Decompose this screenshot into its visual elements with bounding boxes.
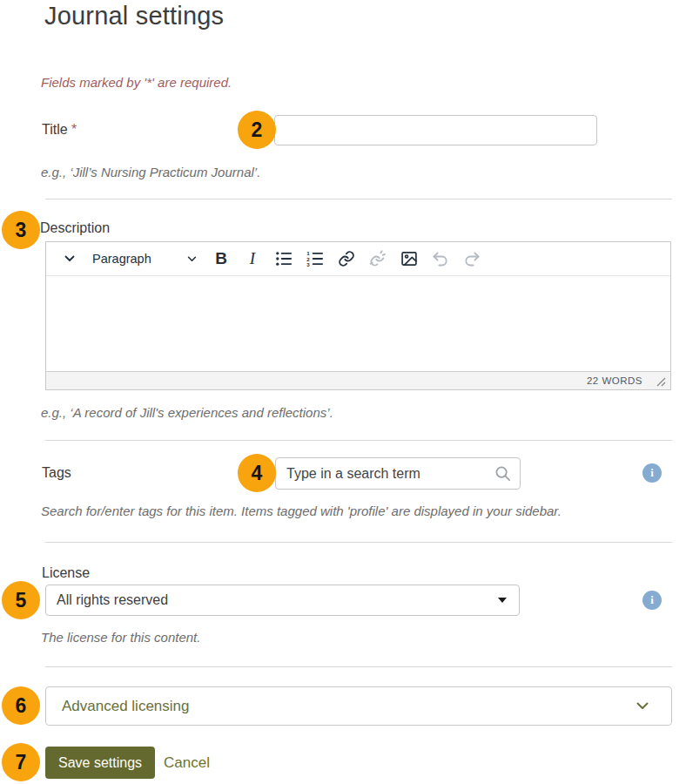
insert-link-button[interactable] bbox=[333, 246, 360, 272]
undo-button[interactable] bbox=[427, 246, 454, 272]
link-icon bbox=[338, 250, 355, 267]
advanced-licensing-label: Advanced licensing bbox=[62, 698, 189, 715]
section-divider bbox=[45, 666, 672, 667]
step-badge-6: 6 bbox=[2, 686, 40, 725]
advanced-licensing-toggle[interactable]: Advanced licensing bbox=[45, 686, 672, 726]
caret-down-icon bbox=[498, 598, 507, 603]
title-label: Title * bbox=[42, 122, 77, 138]
paragraph-format-select[interactable]: Paragraph bbox=[92, 252, 197, 266]
title-hint: e.g., ‘Jill’s Nursing Practicum Journal’… bbox=[41, 165, 260, 179]
license-info-icon[interactable]: i bbox=[642, 591, 662, 610]
step-badge-5: 5 bbox=[2, 581, 40, 619]
image-icon bbox=[400, 250, 418, 267]
toolbar-collapse-button[interactable] bbox=[56, 246, 84, 272]
license-select[interactable]: All rights reserved bbox=[45, 585, 520, 616]
undo-icon bbox=[432, 251, 449, 267]
paragraph-format-label: Paragraph bbox=[92, 252, 151, 266]
chevron-down-icon bbox=[64, 255, 75, 262]
svg-text:3: 3 bbox=[306, 261, 310, 267]
save-settings-button[interactable]: Save settings bbox=[45, 747, 155, 779]
paragraph-chevron-icon bbox=[187, 256, 197, 262]
title-input[interactable] bbox=[274, 115, 597, 145]
required-asterisk: * bbox=[71, 122, 77, 137]
required-fields-note: Fields marked by '*' are required. bbox=[41, 75, 232, 90]
section-divider bbox=[45, 542, 672, 543]
tags-label: Tags bbox=[42, 465, 71, 481]
step-badge-4: 4 bbox=[238, 454, 276, 492]
description-label: Description bbox=[40, 220, 110, 236]
cancel-link[interactable]: Cancel bbox=[164, 754, 210, 772]
step-badge-7: 7 bbox=[2, 743, 40, 781]
unlink-icon bbox=[369, 250, 387, 267]
license-hint: The license for this content. bbox=[41, 630, 200, 645]
page-title: Journal settings bbox=[44, 2, 224, 30]
title-label-text: Title bbox=[42, 122, 68, 137]
redo-button[interactable] bbox=[458, 246, 486, 272]
journal-settings-page: Journal settings Fields marked by '*' ar… bbox=[0, 0, 686, 784]
remove-link-button[interactable] bbox=[364, 246, 392, 272]
numbered-list-icon: 123 bbox=[306, 251, 324, 267]
tags-info-icon[interactable]: i bbox=[642, 463, 662, 483]
word-count[interactable]: 22 WORDS bbox=[587, 375, 642, 386]
bullet-list-button[interactable] bbox=[270, 246, 298, 272]
search-icon bbox=[494, 465, 511, 482]
step-badge-2: 2 bbox=[238, 111, 276, 149]
chevron-down-icon bbox=[636, 702, 649, 710]
license-selected-option: All rights reserved bbox=[57, 592, 168, 608]
tags-search-box bbox=[275, 457, 521, 490]
bullet-list-icon bbox=[275, 251, 293, 267]
step-badge-3: 3 bbox=[2, 211, 40, 249]
redo-icon bbox=[463, 251, 481, 267]
editor-toolbar: Paragraph B I 123 bbox=[46, 242, 670, 276]
numbered-list-button[interactable]: 123 bbox=[301, 246, 329, 272]
section-divider bbox=[45, 440, 672, 441]
tags-hint: Search for/enter tags for this item. Ite… bbox=[41, 504, 562, 518]
insert-image-button[interactable] bbox=[395, 246, 423, 272]
description-editor: Paragraph B I 123 bbox=[45, 241, 671, 390]
resize-handle-icon[interactable] bbox=[656, 377, 666, 387]
italic-button[interactable]: I bbox=[239, 246, 266, 272]
editor-statusbar: 22 WORDS bbox=[46, 371, 670, 389]
bold-button[interactable]: B bbox=[207, 246, 235, 272]
section-divider bbox=[45, 199, 672, 199]
description-hint: e.g., ‘A record of Jill's experiences an… bbox=[41, 405, 333, 420]
editor-content-area[interactable] bbox=[46, 276, 670, 371]
tags-search-input[interactable] bbox=[285, 465, 494, 483]
license-label: License bbox=[42, 565, 90, 581]
